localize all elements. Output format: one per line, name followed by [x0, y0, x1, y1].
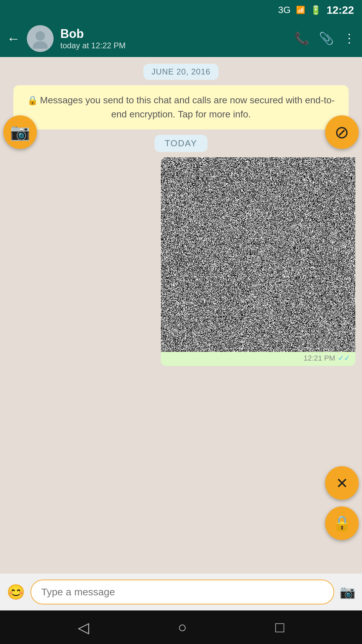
- attach-button[interactable]: 📎: [319, 32, 334, 46]
- encryption-lock-icon: 🔒: [27, 95, 38, 105]
- contact-status: today at 12:22 PM: [60, 41, 288, 50]
- fab-lock-button[interactable]: 🔒: [325, 506, 359, 540]
- more-options-button[interactable]: ⋮: [343, 32, 355, 46]
- svg-point-0: [36, 31, 45, 41]
- input-bar: 😊 📷: [0, 574, 362, 610]
- clock: 12:22: [326, 4, 354, 16]
- fab-delete-button[interactable]: ✕: [325, 466, 359, 500]
- read-tick-icon: ✓✓: [338, 354, 350, 363]
- fab-camera-button[interactable]: 📷: [3, 115, 37, 149]
- lock-icon: 🔒: [333, 515, 351, 532]
- camera-icon: 📷: [10, 123, 30, 142]
- contact-info[interactable]: Bob today at 12:22 PM: [60, 27, 288, 50]
- avatar[interactable]: [27, 25, 54, 52]
- chat-area: 📷 ⊘ ✕ 🔒 JUNE 20, 2016 🔒Messages you send…: [0, 57, 362, 574]
- nav-recent-icon[interactable]: □: [275, 619, 284, 636]
- chat-toolbar: ← Bob today at 12:22 PM 📞 📎 ⋮: [0, 20, 362, 57]
- attach-camera-button[interactable]: 📷: [340, 585, 355, 599]
- block-icon: ⊘: [335, 122, 349, 142]
- delete-icon: ✕: [336, 475, 348, 492]
- signal-bars-icon: 📶: [296, 6, 305, 14]
- navigation-bar: ◁ ○ □: [0, 610, 362, 644]
- toolbar-actions: 📞 📎 ⋮: [294, 32, 355, 46]
- today-badge: TODAY: [155, 135, 207, 152]
- sent-message-bubble[interactable]: 12:21 PM ✓✓: [161, 157, 355, 366]
- fab-block-button[interactable]: ⊘: [325, 115, 359, 149]
- chat-content: JUNE 20, 2016 🔒Messages you send to this…: [0, 57, 362, 574]
- nav-home-icon[interactable]: ○: [178, 619, 187, 636]
- emoji-button[interactable]: 😊: [7, 583, 25, 601]
- message-time: 12:21 PM: [304, 354, 335, 363]
- contact-name: Bob: [60, 27, 288, 41]
- date-badge: JUNE 20, 2016: [143, 64, 219, 80]
- message-meta: 12:21 PM ✓✓: [161, 352, 355, 366]
- status-bar: 3G 📶 🔋 12:22: [0, 0, 362, 20]
- encryption-notice[interactable]: 🔒Messages you send to this chat and call…: [13, 85, 349, 129]
- call-button[interactable]: 📞: [294, 32, 309, 46]
- svg-point-1: [33, 41, 48, 49]
- sent-image: [161, 157, 355, 352]
- battery-icon: 🔋: [310, 5, 321, 15]
- message-input[interactable]: [31, 580, 334, 604]
- back-button[interactable]: ←: [7, 31, 20, 46]
- signal-icon: 3G: [278, 5, 291, 15]
- nav-back-icon[interactable]: ◁: [78, 619, 89, 636]
